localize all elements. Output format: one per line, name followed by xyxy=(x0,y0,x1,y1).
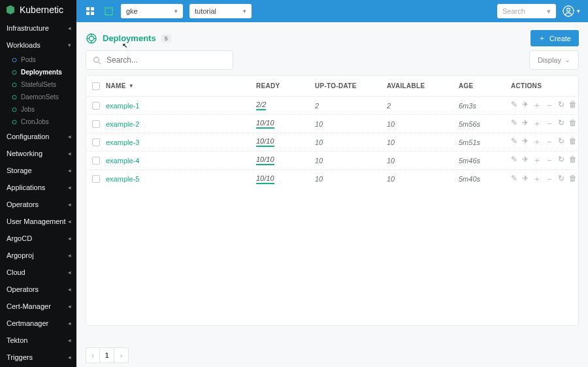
delete-icon[interactable]: 🗑 xyxy=(569,174,577,185)
sidebar-section[interactable]: Argoproj◂ xyxy=(0,247,76,264)
row-checkbox[interactable] xyxy=(92,157,100,165)
sidebar-section[interactable]: Cloud◂ xyxy=(0,264,76,281)
global-search[interactable]: Search ▾ xyxy=(497,4,556,18)
row-checkbox[interactable] xyxy=(92,120,100,128)
scale-down-icon[interactable]: － xyxy=(546,174,553,185)
sidebar-section[interactable]: Cert-Manager◂ xyxy=(0,298,76,315)
namespace-icon[interactable] xyxy=(103,5,114,17)
svg-point-1 xyxy=(12,71,16,74)
deployment-name-link[interactable]: example-5 xyxy=(106,175,139,183)
delete-icon[interactable]: 🗑 xyxy=(569,136,577,148)
chevron-icon: ◂ xyxy=(68,354,71,360)
row-actions: ✎ ✈ ＋ － ↻ 🗑 xyxy=(511,100,583,111)
sidebar-section-label: Cloud xyxy=(7,268,25,276)
edit-icon[interactable]: ✎ xyxy=(511,118,517,129)
svg-rect-7 xyxy=(91,7,94,10)
restart-icon[interactable]: ↻ xyxy=(558,118,564,129)
restart-icon[interactable]: ↻ xyxy=(558,155,564,166)
col-available[interactable]: AVAILABLE xyxy=(387,82,459,89)
dashboard-grid-icon[interactable] xyxy=(84,5,96,17)
col-actions: ACTIONS xyxy=(511,82,583,89)
edit-icon[interactable]: ✎ xyxy=(511,174,517,185)
scale-up-icon[interactable]: ＋ xyxy=(533,118,541,129)
sidebar-section[interactable]: Configuration◂ xyxy=(0,128,76,145)
svg-point-2 xyxy=(12,83,16,87)
scale-down-icon[interactable]: － xyxy=(546,136,553,148)
send-icon[interactable]: ✈ xyxy=(522,118,529,129)
next-page-button[interactable]: › xyxy=(114,347,129,363)
sidebar-item[interactable]: StatefulSets xyxy=(0,78,76,91)
col-uptodate[interactable]: UP-TO-DATE xyxy=(315,82,387,89)
edit-icon[interactable]: ✎ xyxy=(511,100,517,111)
send-icon[interactable]: ✈ xyxy=(522,155,529,166)
row-checkbox[interactable] xyxy=(92,138,100,146)
context-select-value: gke xyxy=(126,7,138,15)
delete-icon[interactable]: 🗑 xyxy=(569,118,577,129)
sidebar-section[interactable]: Tekton◂ xyxy=(0,332,76,349)
deployment-name-link[interactable]: example-4 xyxy=(106,157,139,165)
sidebar-section[interactable]: Applications◂ xyxy=(0,179,76,196)
sidebar-section-label: ArgoCD xyxy=(7,234,32,242)
sidebar-section[interactable]: Operators◂ xyxy=(0,281,76,298)
col-name[interactable]: NAME ▼ xyxy=(106,82,256,89)
delete-icon[interactable]: 🗑 xyxy=(569,100,577,111)
deployment-name-link[interactable]: example-2 xyxy=(106,120,139,128)
edit-icon[interactable]: ✎ xyxy=(511,155,517,166)
sidebar-item[interactable]: Jobs xyxy=(0,103,76,116)
col-ready[interactable]: READY xyxy=(256,82,315,89)
scale-down-icon[interactable]: － xyxy=(546,100,553,111)
user-menu[interactable]: ▾ xyxy=(563,5,580,17)
scale-up-icon[interactable]: ＋ xyxy=(533,155,541,166)
sidebar-item[interactable]: CronJobs xyxy=(0,116,76,128)
sidebar-section[interactable]: Certmanager◂ xyxy=(0,315,76,332)
scale-down-icon[interactable]: － xyxy=(546,118,553,129)
prev-page-button[interactable]: ‹ xyxy=(86,347,100,363)
deployment-name-link[interactable]: example-1 xyxy=(106,102,139,110)
sidebar-item[interactable]: Deployments xyxy=(0,66,76,78)
sidebar-section[interactable]: Infrastructure◂ xyxy=(0,20,76,37)
sidebar-section[interactable]: Storage◂ xyxy=(0,162,76,179)
deployment-name-link[interactable]: example-3 xyxy=(106,138,139,146)
sidebar-section[interactable]: ArgoCD◂ xyxy=(0,230,76,247)
sidebar-section-label: Applications xyxy=(7,184,45,191)
send-icon[interactable]: ✈ xyxy=(522,136,529,148)
sidebar-item[interactable]: Pods xyxy=(0,54,76,66)
send-icon[interactable]: ✈ xyxy=(522,174,529,185)
display-button[interactable]: Display ⌄ xyxy=(529,50,579,70)
col-age[interactable]: AGE xyxy=(459,82,511,89)
search-input[interactable] xyxy=(106,56,226,65)
scale-up-icon[interactable]: ＋ xyxy=(533,174,541,185)
sidebar-section[interactable]: Networking◂ xyxy=(0,145,76,162)
namespace-select[interactable]: tutorial ▾ xyxy=(189,4,252,18)
restart-icon[interactable]: ↻ xyxy=(558,100,564,111)
sidebar-item[interactable]: DaemonSets xyxy=(0,91,76,103)
sidebar-section[interactable]: Workloads▾ xyxy=(0,37,76,54)
sidebar-section[interactable]: Triggers◂ xyxy=(0,349,76,366)
send-icon[interactable]: ✈ xyxy=(522,100,529,111)
select-all-checkbox[interactable] xyxy=(92,82,100,90)
sidebar-section-label: Certmanager xyxy=(7,319,48,327)
scale-down-icon[interactable]: － xyxy=(546,155,553,166)
page-number[interactable]: 1 xyxy=(100,347,114,363)
chevron-icon: ◂ xyxy=(68,184,71,191)
resource-type-icon xyxy=(12,107,17,112)
sidebar-section-label: Networking xyxy=(7,150,42,157)
create-button[interactable]: ＋ Create xyxy=(531,30,579,46)
row-actions: ✎ ✈ ＋ － ↻ 🗑 xyxy=(511,136,583,148)
context-select[interactable]: gke ▾ xyxy=(121,4,183,18)
svg-point-0 xyxy=(12,58,16,62)
ready-value: 10/10 xyxy=(256,155,274,165)
edit-icon[interactable]: ✎ xyxy=(511,136,517,148)
sidebar-section[interactable]: User Management◂ xyxy=(0,213,76,230)
delete-icon[interactable]: 🗑 xyxy=(569,155,577,166)
restart-icon[interactable]: ↻ xyxy=(558,136,564,148)
row-actions: ✎ ✈ ＋ － ↻ 🗑 xyxy=(511,118,583,129)
search-input-wrap[interactable] xyxy=(86,50,233,70)
namespace-select-value: tutorial xyxy=(195,7,216,15)
restart-icon[interactable]: ↻ xyxy=(558,174,564,185)
sidebar-section[interactable]: Operators◂ xyxy=(0,196,76,213)
scale-up-icon[interactable]: ＋ xyxy=(533,100,541,111)
row-checkbox[interactable] xyxy=(92,102,100,110)
row-checkbox[interactable] xyxy=(92,175,100,183)
scale-up-icon[interactable]: ＋ xyxy=(533,136,541,148)
